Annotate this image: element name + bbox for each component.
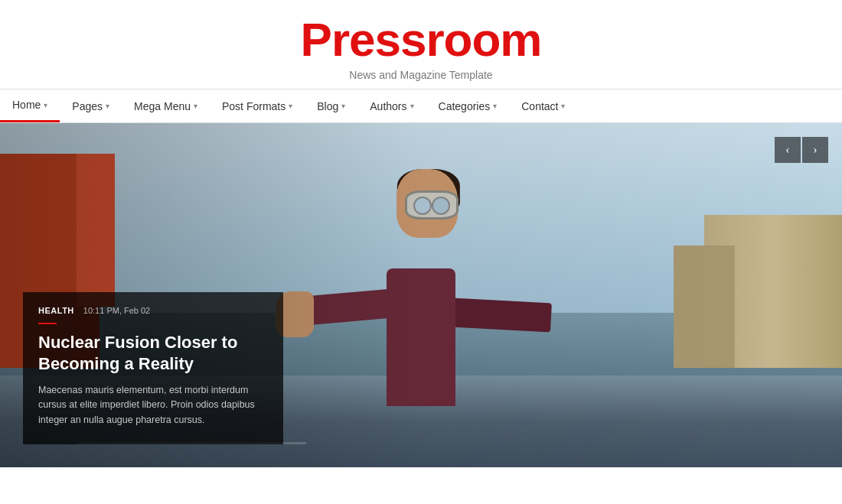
chevron-down-icon: ▾	[561, 102, 565, 110]
site-tagline: News and Magazine Template	[0, 69, 842, 81]
caption-date: 10:11 PM, Feb 02	[83, 306, 150, 315]
building-left-light	[77, 154, 115, 307]
nav-item-pages[interactable]: Pages ▾	[60, 89, 122, 122]
person-goggles	[405, 190, 459, 219]
main-navigation: Home ▾ Pages ▾ Mega Menu ▾ Post Formats …	[0, 89, 842, 123]
nav-item-blog[interactable]: Blog ▾	[305, 89, 357, 122]
person-torso	[387, 268, 455, 406]
nav-item-categories[interactable]: Categories ▾	[426, 89, 510, 122]
chevron-down-icon: ▾	[194, 102, 197, 110]
caption-divider	[38, 323, 57, 324]
chevron-down-icon: ▾	[341, 102, 345, 110]
hero-section: ‹ › HEALTH 10:11 PM, Feb 02 Nuclear Fusi…	[0, 123, 842, 467]
nav-item-home[interactable]: Home ▾	[0, 89, 60, 122]
site-title[interactable]: Pressroom	[0, 14, 842, 66]
nav-label-post-formats: Post Formats	[222, 100, 286, 112]
caption-meta: HEALTH 10:11 PM, Feb 02	[38, 306, 268, 315]
chevron-down-icon: ▾	[106, 102, 109, 110]
nav-item-contact[interactable]: Contact ▾	[509, 89, 577, 122]
hero-person	[291, 169, 551, 406]
nav-label-categories: Categories	[439, 100, 491, 112]
site-header: Pressroom News and Magazine Template	[0, 0, 842, 89]
chevron-down-icon: ▾	[44, 101, 47, 109]
person-arm-right	[451, 298, 552, 333]
goggles-lens-left	[413, 197, 432, 215]
nav-label-contact: Contact	[521, 100, 558, 112]
nav-item-mega-menu[interactable]: Mega Menu ▾	[122, 89, 210, 122]
nav-label-home: Home	[12, 99, 41, 111]
chevron-down-icon: ▾	[289, 102, 292, 110]
hero-caption: HEALTH 10:11 PM, Feb 02 Nuclear Fusion C…	[23, 292, 283, 444]
caption-excerpt: Maecenas mauris elementum, est morbi int…	[38, 383, 268, 428]
slider-controls: ‹ ›	[775, 137, 828, 163]
chevron-down-icon: ▾	[493, 102, 497, 110]
nav-label-pages: Pages	[72, 100, 103, 112]
chevron-down-icon: ▾	[410, 102, 414, 110]
caption-title[interactable]: Nuclear Fusion Closer to Becoming a Real…	[38, 332, 268, 374]
building-right2	[674, 245, 735, 368]
nav-label-mega-menu: Mega Menu	[134, 100, 191, 112]
caption-category: HEALTH	[38, 306, 74, 315]
nav-label-authors: Authors	[370, 100, 406, 112]
nav-item-authors[interactable]: Authors ▾	[357, 89, 426, 122]
goggles-lens-right	[432, 197, 450, 215]
slider-prev-button[interactable]: ‹	[775, 137, 801, 163]
nav-item-post-formats[interactable]: Post Formats ▾	[210, 89, 305, 122]
slider-next-button[interactable]: ›	[802, 137, 828, 163]
nav-label-blog: Blog	[317, 100, 338, 112]
